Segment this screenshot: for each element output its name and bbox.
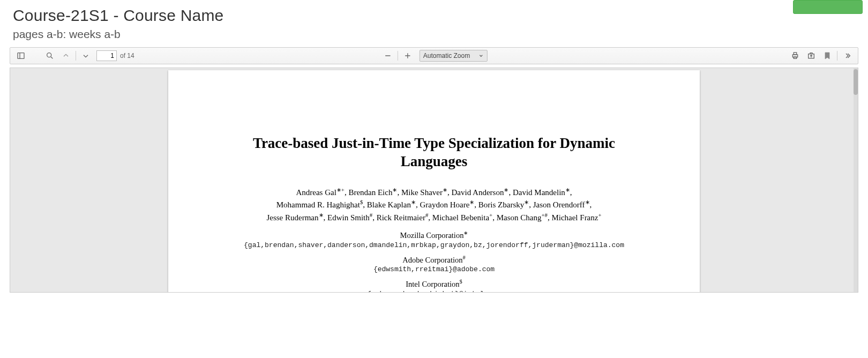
page-count-label: of 14 — [120, 52, 134, 59]
prev-page-icon[interactable] — [58, 49, 73, 63]
chevron-down-icon — [478, 53, 484, 58]
page-number-input[interactable] — [96, 50, 117, 61]
zoom-out-icon[interactable] — [380, 49, 395, 63]
page-subheading: pages a-b: weeks a-b — [13, 28, 855, 41]
pdf-toolbar: of 14 Automatic Zoom — [10, 47, 858, 64]
affiliation-name: Adobe Corporation# — [168, 255, 700, 265]
pdf-page: Trace-based Just-in-Time Type Specializa… — [168, 70, 700, 293]
toolbar-right-group — [788, 49, 855, 63]
zoom-controls: Automatic Zoom — [380, 49, 488, 63]
svg-rect-9 — [794, 57, 796, 58]
paper-affiliation: Intel Corporation${mohammad.r.haghighat}… — [168, 279, 700, 293]
svg-line-3 — [51, 57, 53, 58]
sidebar-toggle-icon[interactable] — [13, 49, 28, 63]
affiliation-name: Mozilla Corporation∗ — [168, 229, 700, 240]
course-action-button[interactable] — [793, 0, 863, 14]
toolbar-separator — [837, 51, 837, 61]
pdf-viewport[interactable]: Trace-based Just-in-Time Type Specializa… — [10, 68, 858, 293]
tools-menu-icon[interactable] — [840, 49, 855, 63]
print-icon[interactable] — [788, 49, 803, 63]
paper-title: Trace-based Just-in-Time Type Specializa… — [168, 135, 700, 171]
affiliation-name: Intel Corporation$ — [168, 279, 700, 289]
page-header: Course-21S1 - Course Name pages a-b: wee… — [0, 0, 868, 45]
affiliation-email: {mohammad.r.haghighat}@intel.com — [168, 290, 700, 293]
next-page-icon[interactable] — [78, 49, 93, 63]
pdf-scrollbar-thumb[interactable] — [854, 69, 858, 95]
svg-rect-0 — [18, 53, 24, 59]
open-file-icon[interactable] — [804, 49, 819, 63]
course-title: Course-21S1 - Course Name — [13, 6, 855, 25]
search-icon[interactable] — [42, 49, 57, 63]
affiliation-email: {edwsmith,rreitmai}@adobe.com — [168, 265, 700, 273]
zoom-select-label: Automatic Zoom — [423, 52, 470, 59]
paper-affiliation: Adobe Corporation#{edwsmith,rreitmai}@ad… — [168, 255, 700, 274]
bookmark-icon[interactable] — [820, 49, 835, 63]
paper-authors: Andreas Gal∗+, Brendan Eich∗, Mike Shave… — [168, 186, 700, 224]
paper-affiliation: Mozilla Corporation∗{gal,brendan,shaver,… — [168, 229, 700, 249]
svg-point-2 — [47, 53, 51, 57]
zoom-in-icon[interactable] — [400, 49, 415, 63]
affiliation-email: {gal,brendan,shaver,danderson,dmandelin,… — [168, 241, 700, 249]
zoom-select[interactable]: Automatic Zoom — [420, 50, 488, 62]
toolbar-separator — [398, 51, 398, 61]
toolbar-separator — [76, 51, 76, 61]
svg-rect-8 — [794, 53, 796, 55]
pdf-scrollbar[interactable] — [854, 68, 858, 292]
